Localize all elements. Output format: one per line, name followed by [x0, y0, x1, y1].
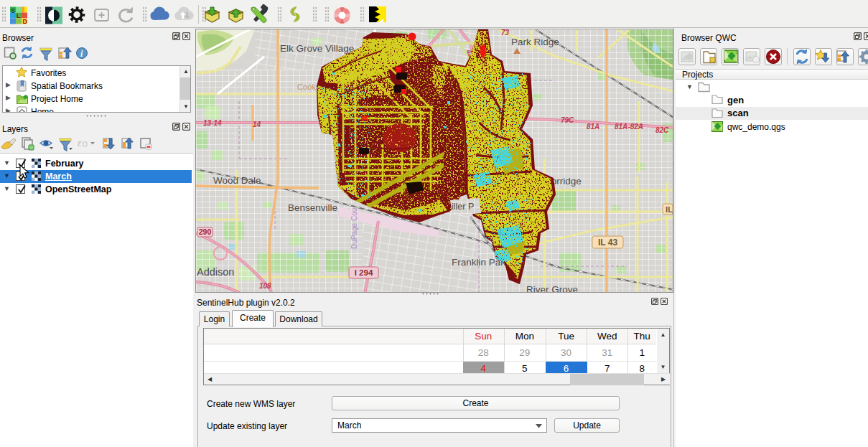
svg-text:81A: 81A	[587, 123, 599, 131]
svg-text:13-14: 13-14	[203, 119, 222, 127]
svg-text:Addison: Addison	[197, 266, 234, 278]
svg-text:IL: IL	[666, 205, 673, 214]
svg-text:290: 290	[199, 227, 212, 236]
svg-text:DuPage Cou: DuPage Cou	[350, 208, 358, 249]
svg-text:River Grove: River Grove	[526, 284, 578, 292]
svg-text:ε: ε	[78, 138, 82, 149]
svg-text:73: 73	[501, 29, 510, 37]
svg-text:Bensenville: Bensenville	[288, 202, 337, 213]
svg-text:Cook: Cook	[297, 83, 316, 91]
svg-text:108: 108	[259, 282, 271, 290]
svg-text:D: D	[23, 18, 28, 25]
svg-text:81A-82A: 81A-82A	[615, 123, 643, 131]
svg-text:Wood Dale: Wood Dale	[213, 175, 261, 186]
svg-text:Park Ridge: Park Ridge	[511, 37, 559, 47]
svg-text:S: S	[11, 7, 15, 14]
svg-text:82C: 82C	[655, 126, 669, 134]
svg-text:79C: 79C	[561, 116, 574, 124]
svg-text:iller P: iller P	[452, 202, 474, 212]
svg-text:14: 14	[253, 121, 261, 128]
svg-text:Elk Grove Village: Elk Grove Village	[280, 43, 354, 54]
svg-text:I 294: I 294	[355, 268, 373, 277]
svg-text:IL 43: IL 43	[598, 237, 617, 248]
svg-text:L: L	[17, 12, 21, 19]
